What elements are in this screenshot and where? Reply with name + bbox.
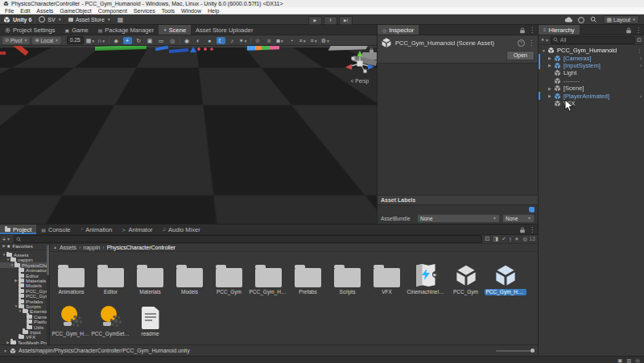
overlay-more-tool[interactable]: ⊞ bbox=[83, 212, 92, 221]
move-tool-button[interactable]: + bbox=[123, 37, 132, 44]
scrollbar-thumb[interactable] bbox=[47, 245, 49, 275]
hierarchy-row-cameras[interactable]: ▶ [Cameras] › bbox=[539, 54, 644, 61]
expand-arrow-icon[interactable]: ▶ bbox=[548, 63, 554, 68]
collapse-arrow-icon[interactable]: ▲ bbox=[53, 245, 57, 250]
rotate-tool-button[interactable]: ↻ bbox=[134, 37, 143, 44]
hierarchy-row-vfx[interactable]: VFX bbox=[539, 100, 644, 107]
tab-inspector[interactable]: ◎ Inspector bbox=[378, 25, 419, 35]
tab-console[interactable]: ▤ Console bbox=[36, 225, 75, 234]
grayscale-button[interactable]: ⊗ bbox=[265, 37, 274, 44]
background-progress-icon[interactable]: ◎ bbox=[635, 357, 640, 363]
snap-magnet-dropdown[interactable]: ∩▼ bbox=[97, 37, 106, 44]
overlay-search-tool[interactable] bbox=[73, 212, 82, 221]
assetbundle-variant-dropdown[interactable]: None ▼ bbox=[502, 214, 535, 223]
overlay-scale-tool[interactable]: ▣ bbox=[44, 212, 53, 221]
overlay-view-tool[interactable]: ◈ bbox=[15, 212, 24, 221]
overlay-menu-dropdown[interactable]: ≡▼ bbox=[299, 37, 308, 44]
tab-game[interactable]: ▣ Game bbox=[60, 25, 93, 35]
tab-animation[interactable]: ◔ Animation bbox=[76, 225, 118, 234]
overlay-rect-tool[interactable]: ▭ bbox=[54, 212, 63, 221]
slider-knob[interactable] bbox=[530, 349, 535, 353]
asset-menu-icon[interactable]: ⋮ bbox=[528, 39, 535, 47]
search-options-icon[interactable]: ⊡ bbox=[637, 37, 642, 43]
asset-scene-pcc-gym-humanoid-selected[interactable]: PCC_Gym_Human... bbox=[485, 254, 525, 295]
project-search-input[interactable] bbox=[14, 235, 481, 243]
lock-icon[interactable] bbox=[519, 27, 526, 34]
grid-view-button[interactable]: ▦ bbox=[114, 14, 127, 24]
scene-visibility-eye[interactable]: ◔ bbox=[287, 37, 296, 44]
overlay-rotate-tool[interactable]: ↻ bbox=[35, 212, 43, 221]
gizmos-dropdown[interactable]: ⚙▼ bbox=[321, 37, 330, 44]
expand-arrow-icon[interactable]: ▶ bbox=[548, 86, 554, 91]
assetbundle-dropdown[interactable]: None ▼ bbox=[417, 214, 500, 223]
grid-snap-value[interactable]: 0.25 bbox=[67, 36, 84, 44]
asset-scene-pcc-gym[interactable]: PCC_Gym bbox=[446, 254, 485, 295]
asset-settings-pcc-gym-humanoid[interactable]: PCC_Gym_Human... bbox=[52, 295, 91, 337]
expand-arrow-icon[interactable]: ▶ bbox=[548, 56, 554, 60]
expand-arrow-icon[interactable]: ▼ bbox=[542, 48, 547, 53]
menu-component[interactable]: Component bbox=[95, 7, 130, 14]
hierarchy-search-input[interactable]: All bbox=[551, 36, 635, 44]
sidebar-scrollbar[interactable] bbox=[47, 243, 49, 344]
play-button[interactable]: ▶ bbox=[308, 16, 322, 25]
asset-folder-animations[interactable]: Animations bbox=[52, 254, 91, 295]
menu-file[interactable]: File bbox=[2, 7, 17, 14]
cache-server-icon[interactable]: ▣ bbox=[617, 357, 622, 363]
lock-icon[interactable] bbox=[519, 227, 526, 233]
overlay-drag-handle[interactable]: ⋮⋮ bbox=[6, 212, 14, 221]
tab-hierarchy[interactable]: ≡ Hierarchy bbox=[539, 25, 580, 35]
skybox-toggle[interactable]: ◐ bbox=[194, 37, 203, 44]
hierarchy-row-inputsystem[interactable]: ▶ [InputSystem] › bbox=[539, 62, 644, 69]
tab-project-settings[interactable]: Project Settings bbox=[0, 25, 60, 35]
view-tool-button[interactable]: ◈ bbox=[112, 37, 121, 44]
create-object-button[interactable]: +▼ bbox=[541, 37, 549, 43]
expand-arrow-icon[interactable]: ▶ bbox=[548, 93, 554, 98]
search-by-type-icon[interactable]: ⊡ bbox=[485, 236, 490, 242]
hidden-objects-button[interactable]: ⊘ bbox=[254, 37, 262, 44]
menu-gameobject[interactable]: GameObject bbox=[56, 7, 94, 14]
menu-assets[interactable]: Assets bbox=[33, 7, 56, 14]
asset-folder-models[interactable]: Models bbox=[170, 254, 209, 295]
breadcrumb-assets[interactable]: Assets bbox=[60, 245, 76, 250]
scene-menu-icon[interactable]: ⋮ bbox=[637, 47, 642, 53]
light-probe-button[interactable]: ● bbox=[205, 37, 214, 44]
asset-settings-pcc-gymsettings[interactable]: PCC_GymSettings bbox=[91, 295, 130, 337]
overlay-move-tool[interactable]: + bbox=[25, 212, 34, 221]
asset-folder-vfx[interactable]: VFX bbox=[367, 254, 407, 295]
step-button[interactable]: ▶| bbox=[339, 16, 353, 25]
transform-tool-button[interactable]: ◎ bbox=[168, 37, 177, 44]
hierarchy-row-scene-group[interactable]: ▶ [Scene] bbox=[539, 85, 644, 92]
persp-label[interactable]: < Persp bbox=[341, 78, 377, 84]
save-search-icon[interactable]: ✓ bbox=[502, 236, 506, 242]
open-button[interactable]: Open bbox=[506, 51, 535, 60]
pivot-dropdown[interactable]: ⊙ Pivot ▼ bbox=[2, 37, 30, 44]
asset-folder-pcc-gym-humanoid[interactable]: PCC_Gym_Human... bbox=[249, 254, 288, 295]
prefab-open-arrow[interactable]: › bbox=[640, 93, 642, 98]
local-dropdown[interactable]: ⊕ Local ▼ bbox=[32, 37, 61, 44]
search-icon[interactable] bbox=[590, 16, 597, 23]
menu-services[interactable]: Services bbox=[130, 7, 159, 14]
effects-dropdown[interactable]: ✶▼ bbox=[239, 37, 248, 44]
tab-audio-mixer[interactable]: ♫ Audio Mixer bbox=[158, 225, 205, 234]
asset-folder-pcc-gym[interactable]: PCC_Gym bbox=[209, 254, 249, 295]
camera-dropdown[interactable]: ◙▼ bbox=[276, 37, 285, 44]
menu-edit[interactable]: Edit bbox=[17, 7, 33, 14]
hidden-items-count[interactable]: ◍ 13 bbox=[522, 236, 535, 242]
asset-folder-materials[interactable]: Materials bbox=[130, 254, 170, 295]
hierarchy-row-scene-root[interactable]: ▼ PCC_Gym_Humanoid ⋮ bbox=[539, 47, 644, 54]
asset-folder-editor[interactable]: Editor bbox=[91, 254, 130, 295]
scene-visibility-dropdown[interactable]: SV ▼ bbox=[35, 14, 64, 24]
scale-tool-button[interactable]: ▣ bbox=[146, 37, 155, 44]
asset-folder-scripts[interactable]: Scripts bbox=[328, 254, 367, 295]
search-info-icon[interactable]: ! bbox=[510, 237, 511, 242]
collab-status-icon[interactable]: ▥ bbox=[626, 357, 631, 363]
panel-menu-icon[interactable]: ⋮ bbox=[635, 27, 642, 34]
audio-toggle[interactable]: ♪ bbox=[228, 37, 237, 44]
lock-icon[interactable] bbox=[369, 47, 374, 53]
version-control-icon[interactable] bbox=[578, 17, 584, 23]
hierarchy-row-light[interactable]: Light bbox=[539, 69, 644, 76]
scene-object-red-cluster[interactable] bbox=[196, 47, 215, 52]
panel-menu-icon[interactable]: ⋮ bbox=[529, 27, 535, 34]
asset-store-dropdown[interactable]: Asset Store ▼ bbox=[65, 14, 114, 24]
prefab-open-arrow[interactable]: › bbox=[640, 63, 642, 68]
